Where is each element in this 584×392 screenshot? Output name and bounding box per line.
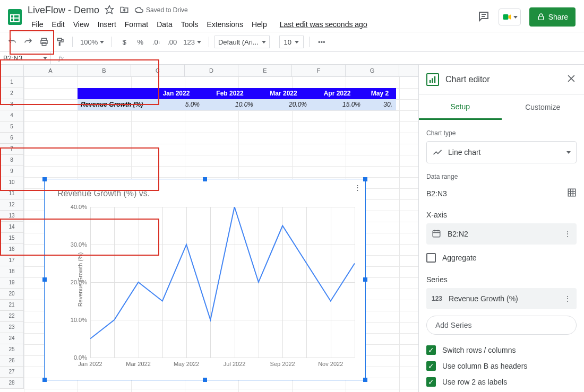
data-range-label: Data range — [426, 173, 577, 180]
col-headers-checkbox[interactable]: ✓ — [426, 361, 436, 371]
table-header-cell: Apr 2022 — [311, 88, 364, 99]
tab-customize[interactable]: Customize — [502, 94, 585, 120]
col-header[interactable]: D — [185, 65, 238, 76]
menu-data[interactable]: Data — [153, 18, 176, 31]
col-header[interactable]: F — [292, 65, 346, 76]
chart-xtick: Nov 2022 — [318, 358, 343, 367]
chart-xtick: Mar 2022 — [126, 358, 150, 367]
col-header[interactable]: C — [131, 65, 185, 76]
share-button[interactable]: Share — [529, 7, 576, 27]
percent-icon[interactable]: % — [133, 35, 147, 49]
print-icon[interactable] — [37, 35, 51, 49]
row-header[interactable]: 5 — [0, 121, 24, 133]
series-chip[interactable]: 123 Revenue Growth (%) ⋮ — [426, 288, 577, 309]
undo-icon[interactable] — [5, 35, 19, 49]
more-icon[interactable]: ⋮ — [564, 294, 571, 303]
menu-insert[interactable]: Insert — [94, 18, 120, 31]
row-header[interactable]: 17 — [0, 255, 24, 266]
data-range-value[interactable]: B2:N3 — [426, 189, 447, 198]
menu-file[interactable]: File — [28, 18, 47, 31]
svg-rect-17 — [568, 189, 576, 196]
chart-editor-icon — [426, 73, 439, 86]
aggregate-checkbox[interactable] — [426, 253, 436, 263]
menu-edit[interactable]: Edit — [48, 18, 68, 31]
menu-view[interactable]: View — [70, 18, 93, 31]
decrease-decimal-icon[interactable]: .0↓ — [149, 35, 163, 49]
more-formats[interactable]: 123 — [181, 38, 203, 46]
row-header[interactable]: 27 — [0, 367, 24, 378]
row-header[interactable]: 1 — [0, 77, 24, 88]
row-header[interactable]: 21 — [0, 300, 24, 311]
svg-rect-8 — [538, 16, 543, 20]
row-header[interactable]: 7 — [0, 144, 24, 155]
font-size-select[interactable]: 10 — [279, 36, 304, 48]
last-edit-link[interactable]: Last edit was seconds ago — [276, 18, 371, 31]
xaxis-chip[interactable]: B2:N2 ⋮ — [426, 223, 577, 245]
menu-tools[interactable]: Tools — [177, 18, 202, 31]
chart-menu-icon[interactable]: ⋮ — [354, 184, 361, 191]
row-header[interactable]: 14 — [0, 222, 24, 233]
row-header[interactable]: 3 — [0, 99, 24, 110]
row-header[interactable]: 23 — [0, 322, 24, 333]
row-header[interactable]: 24 — [0, 333, 24, 344]
row-header[interactable]: 20 — [0, 289, 24, 300]
row-header[interactable]: 19 — [0, 277, 24, 289]
sheets-app-icon[interactable] — [3, 5, 27, 29]
chart-type-select[interactable]: Line chart — [426, 141, 577, 163]
row-header[interactable]: 15 — [0, 233, 24, 244]
comments-icon[interactable] — [477, 10, 490, 24]
row-header[interactable]: 26 — [0, 355, 24, 367]
row-header[interactable]: 22 — [0, 311, 24, 322]
switch-rows-checkbox[interactable]: ✓ — [426, 345, 436, 355]
col-header[interactable]: G — [346, 65, 399, 76]
menu-format[interactable]: Format — [121, 18, 152, 31]
col-header[interactable]: B — [78, 65, 131, 76]
embedded-chart[interactable]: ⋮ Revenue Growth (%) vs. Revenue Growth … — [44, 179, 366, 380]
row-header[interactable]: 12 — [0, 199, 24, 211]
cloud-status[interactable]: Saved to Drive — [134, 5, 188, 15]
row-header[interactable]: 11 — [0, 188, 24, 199]
more-icon[interactable]: ⋮ — [564, 230, 571, 238]
star-icon[interactable] — [105, 5, 114, 16]
row-header[interactable]: 9 — [0, 166, 24, 177]
row-header[interactable]: 6 — [0, 133, 24, 144]
row-header[interactable]: 25 — [0, 344, 24, 355]
meet-button[interactable] — [499, 8, 521, 25]
redo-icon[interactable] — [21, 35, 35, 49]
move-icon[interactable] — [119, 5, 129, 16]
toolbar: 100% $ % .0↓ .00 123 Default (Ari... 10 … — [0, 32, 584, 52]
select-all-corner[interactable] — [0, 65, 24, 76]
chart-title: Revenue Growth (%) vs. — [45, 179, 365, 198]
paint-format-icon[interactable] — [53, 35, 67, 49]
add-series-button[interactable]: Add Series — [426, 316, 577, 335]
row-header[interactable]: 10 — [0, 177, 24, 188]
menubar: File Edit View Insert Format Data Tools … — [28, 16, 477, 31]
close-icon[interactable] — [566, 73, 577, 85]
col-header[interactable]: A — [24, 65, 78, 76]
zoom-select[interactable]: 100% — [78, 38, 106, 46]
row-labels-checkbox[interactable]: ✓ — [426, 377, 436, 387]
spreadsheet-grid[interactable]: A B C D E F G 12345678910111213141516171… — [0, 65, 418, 392]
tab-setup[interactable]: Setup — [419, 94, 502, 120]
row-header[interactable]: 8 — [0, 155, 24, 166]
col-header[interactable]: E — [238, 65, 292, 76]
menu-extensions[interactable]: Extensions — [203, 18, 246, 31]
increase-decimal-icon[interactable]: .00 — [165, 35, 179, 49]
currency-icon[interactable]: $ — [117, 35, 131, 49]
row-header[interactable]: 18 — [0, 266, 24, 277]
row-header[interactable]: 4 — [0, 110, 24, 121]
document-title[interactable]: LiveFlow - Demo — [28, 5, 99, 16]
menu-help[interactable]: Help — [248, 18, 271, 31]
select-range-icon[interactable] — [567, 188, 577, 199]
row-header[interactable]: 28 — [0, 378, 24, 389]
name-box[interactable]: B2:N3 — [0, 52, 51, 64]
font-select[interactable]: Default (Ari... — [214, 36, 270, 48]
chart-xtick: Sep 2022 — [270, 358, 295, 367]
toolbar-more-icon[interactable]: ••• — [315, 35, 329, 49]
row-header[interactable]: 2 — [0, 88, 24, 99]
xaxis-label: X-axis — [426, 211, 577, 219]
calendar-icon — [432, 229, 441, 240]
svg-rect-22 — [433, 230, 440, 237]
row-header[interactable]: 16 — [0, 244, 24, 255]
row-header[interactable]: 13 — [0, 211, 24, 222]
